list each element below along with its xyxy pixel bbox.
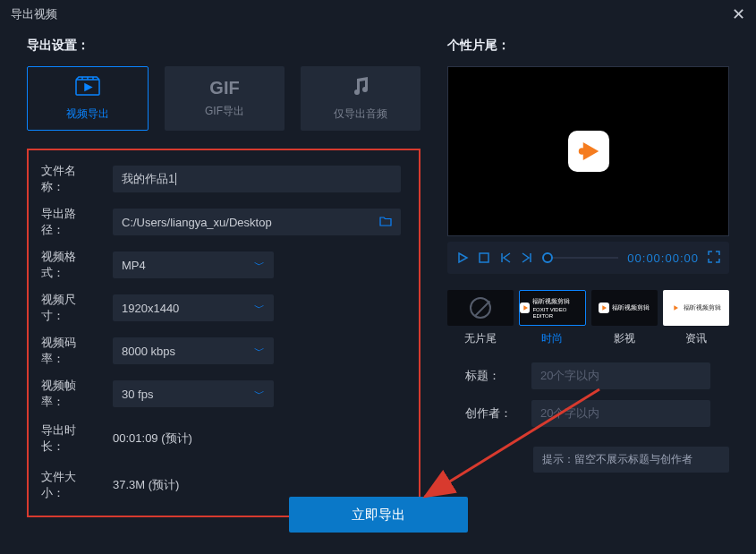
export-settings-highlight-box: 文件名称： 我的作品1 导出路径： C:/Users/liangya_xu/De… [27, 149, 420, 517]
bitrate-label: 视频码率： [41, 335, 97, 367]
title-field-label: 标题： [465, 368, 515, 384]
tab-label: 视频导出 [66, 107, 109, 122]
filesize-value: 37.3M (预计) [113, 477, 179, 493]
none-icon [470, 297, 491, 319]
endcard-fashion[interactable]: 福昕视频剪辑FOXIT VIDEO EDITOR 时尚 [519, 290, 585, 346]
personal-ending-title: 个性片尾： [447, 38, 729, 54]
video-preview [447, 66, 729, 236]
fps-label: 视频帧率： [41, 378, 97, 410]
endcard-label: 无片尾 [464, 331, 497, 346]
title-input[interactable]: 20个字以内 [531, 362, 710, 389]
chevron-down-icon: ﹀ [254, 258, 265, 273]
app-logo-icon [568, 131, 609, 172]
folder-icon[interactable] [379, 216, 392, 229]
close-icon[interactable]: ✕ [732, 4, 745, 24]
stop-icon[interactable] [478, 251, 490, 264]
endcard-label: 时尚 [541, 331, 563, 346]
endcard-label: 资讯 [685, 331, 707, 346]
gif-icon: GIF [209, 78, 239, 98]
filesize-label: 文件大小： [41, 469, 97, 501]
creator-input[interactable]: 20个字以内 [531, 400, 710, 427]
tab-export-gif[interactable]: GIF GIF导出 [165, 66, 285, 131]
path-input[interactable]: C:/Users/liangya_xu/Desktop [113, 209, 401, 235]
duration-label: 导出时长： [41, 422, 97, 455]
fullscreen-icon[interactable] [708, 251, 720, 266]
fps-select[interactable]: 30 fps ﹀ [113, 380, 274, 407]
svg-rect-5 [480, 253, 488, 262]
window-title: 导出视频 [11, 6, 57, 22]
brand-logo-icon: 福昕视频剪辑 [670, 303, 721, 313]
endcard-none[interactable]: 无片尾 [447, 290, 514, 346]
format-select[interactable]: MP4 ﹀ [113, 251, 274, 278]
chevron-down-icon: ﹀ [254, 301, 265, 316]
format-label: 视频格式： [41, 249, 97, 281]
tab-export-audio[interactable]: 仅导出音频 [301, 66, 420, 131]
svg-point-4 [578, 148, 585, 155]
chevron-down-icon: ﹀ [254, 344, 265, 359]
tab-label: GIF导出 [205, 104, 244, 119]
size-label: 视频尺寸： [41, 292, 97, 324]
tab-export-video[interactable]: 视频导出 [27, 66, 149, 131]
endcard-movie[interactable]: 福昕视频剪辑 影视 [591, 290, 658, 346]
brand-logo-icon: 福昕视频剪辑 [599, 303, 650, 313]
brand-logo-icon: 福昕视频剪辑FOXIT VIDEO EDITOR [520, 297, 584, 319]
endcard-news[interactable]: 福昕视频剪辑 资讯 [663, 290, 729, 346]
timecode: 00:00:00:00 [627, 251, 699, 265]
creator-field-label: 创作者： [465, 405, 515, 422]
prev-icon[interactable] [499, 251, 512, 264]
filename-label: 文件名称： [41, 163, 97, 195]
export-settings-title: 导出设置： [27, 38, 420, 54]
path-label: 导出路径： [41, 206, 97, 238]
tab-label: 仅导出音频 [334, 107, 387, 122]
size-select[interactable]: 1920x1440 ﹀ [113, 294, 274, 321]
video-export-icon [75, 76, 100, 101]
next-icon[interactable] [521, 251, 533, 264]
chevron-down-icon: ﹀ [254, 387, 265, 402]
progress-slider[interactable] [542, 257, 618, 259]
play-icon[interactable] [456, 251, 469, 264]
hint-text: 提示：留空不展示标题与创作者 [533, 447, 729, 473]
filename-input[interactable]: 我的作品1 [113, 166, 401, 192]
player-controls: 00:00:00:00 [447, 242, 729, 274]
duration-value: 00:01:09 (预计) [113, 430, 192, 447]
music-note-icon [352, 76, 370, 101]
endcard-label: 影视 [614, 331, 635, 346]
bitrate-select[interactable]: 8000 kbps ﹀ [113, 337, 274, 364]
export-button[interactable]: 立即导出 [289, 497, 468, 533]
